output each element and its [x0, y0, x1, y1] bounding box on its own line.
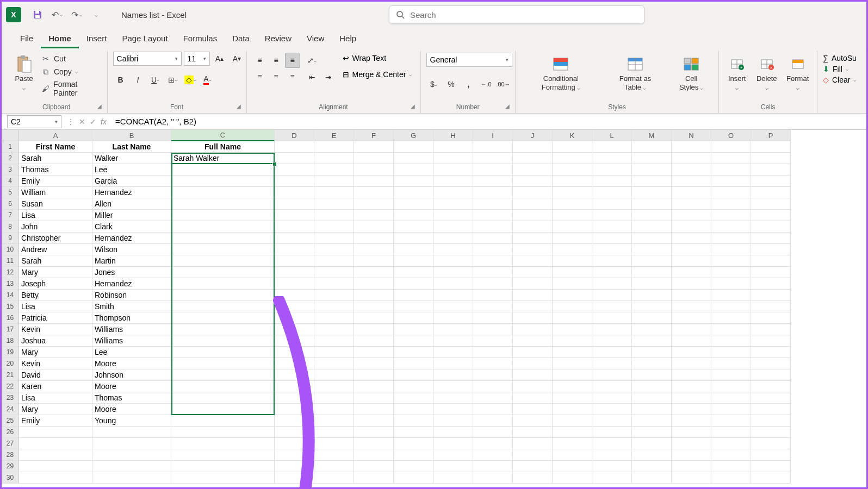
cell[interactable]	[473, 210, 513, 221]
cell[interactable]	[592, 427, 632, 438]
cell[interactable]	[672, 233, 711, 244]
cell[interactable]	[314, 244, 354, 255]
autosum-button[interactable]: ∑AutoSu	[823, 54, 857, 62]
cell[interactable]	[275, 210, 314, 221]
cell[interactable]	[672, 392, 711, 404]
accounting-format-button[interactable]: $⌵	[426, 77, 442, 92]
cell[interactable]	[711, 427, 751, 438]
cell[interactable]	[672, 290, 711, 301]
cell[interactable]	[354, 392, 394, 404]
cell[interactable]: Smith	[92, 301, 171, 312]
cell[interactable]: David	[19, 369, 92, 381]
row-header[interactable]: 23	[2, 392, 19, 404]
cell[interactable]	[433, 301, 473, 312]
cell[interactable]	[473, 312, 513, 324]
cell[interactable]	[433, 381, 473, 392]
cell[interactable]	[711, 312, 751, 324]
cell[interactable]: Kevin	[19, 324, 92, 335]
cell[interactable]	[513, 175, 553, 187]
cell[interactable]	[354, 415, 394, 427]
cell[interactable]	[354, 335, 394, 347]
cell[interactable]	[751, 141, 791, 153]
cell[interactable]	[553, 472, 592, 484]
cell[interactable]	[513, 312, 553, 324]
cell[interactable]	[632, 187, 672, 198]
cell[interactable]	[632, 381, 672, 392]
cell[interactable]	[171, 472, 275, 484]
cell[interactable]	[314, 438, 354, 449]
row-header[interactable]: 19	[2, 347, 19, 358]
cell[interactable]	[751, 153, 791, 164]
cell[interactable]	[553, 312, 592, 324]
tab-formulas[interactable]: Formulas	[176, 29, 225, 48]
cell[interactable]	[171, 438, 275, 449]
cell[interactable]: Garcia	[92, 175, 171, 187]
cell[interactable]	[632, 141, 672, 153]
cell[interactable]	[314, 335, 354, 347]
cell[interactable]	[275, 335, 314, 347]
cell[interactable]	[553, 427, 592, 438]
cell[interactable]	[632, 392, 672, 404]
cell[interactable]: Joseph	[19, 278, 92, 290]
cell[interactable]	[513, 301, 553, 312]
cell[interactable]	[354, 324, 394, 335]
cell[interactable]	[314, 324, 354, 335]
bold-button[interactable]: B	[113, 72, 128, 87]
cell[interactable]	[632, 472, 672, 484]
format-painter-button[interactable]: 🖌Format Painter	[41, 80, 102, 97]
cell[interactable]	[711, 267, 751, 278]
cell[interactable]	[354, 312, 394, 324]
column-header[interactable]: G	[394, 130, 433, 141]
cell[interactable]	[513, 472, 553, 484]
increase-font-button[interactable]: A▴	[212, 51, 227, 66]
cell[interactable]	[394, 427, 433, 438]
row-header[interactable]: 22	[2, 381, 19, 392]
cell[interactable]	[275, 187, 314, 198]
cell[interactable]	[473, 404, 513, 415]
cell[interactable]	[433, 175, 473, 187]
cell[interactable]	[553, 278, 592, 290]
cell[interactable]	[473, 358, 513, 369]
cell[interactable]	[19, 472, 92, 484]
cell[interactable]	[513, 198, 553, 210]
align-left-button[interactable]: ≡	[252, 69, 268, 84]
cell[interactable]	[553, 404, 592, 415]
italic-button[interactable]: I	[131, 72, 146, 87]
cell[interactable]	[171, 290, 275, 301]
row-header[interactable]: 25	[2, 415, 19, 427]
cell[interactable]: First Name	[19, 141, 92, 153]
cell[interactable]: Lee	[92, 164, 171, 175]
cell[interactable]	[275, 164, 314, 175]
cell[interactable]	[275, 404, 314, 415]
cell[interactable]	[171, 244, 275, 255]
cell[interactable]: Lee	[92, 347, 171, 358]
cell[interactable]	[433, 404, 473, 415]
cell[interactable]	[354, 267, 394, 278]
decrease-decimal-button[interactable]: .00→	[496, 77, 511, 92]
cell[interactable]	[19, 449, 92, 461]
cell[interactable]	[275, 427, 314, 438]
row-header[interactable]: 14	[2, 290, 19, 301]
cell[interactable]	[394, 233, 433, 244]
cell[interactable]	[354, 255, 394, 267]
cell[interactable]	[473, 290, 513, 301]
cell[interactable]	[513, 381, 553, 392]
decrease-indent-button[interactable]: ⇤	[305, 70, 320, 85]
cell[interactable]: Christopher	[19, 233, 92, 244]
cell[interactable]	[711, 278, 751, 290]
cell[interactable]	[672, 141, 711, 153]
cell[interactable]	[275, 233, 314, 244]
cell[interactable]	[711, 404, 751, 415]
cell[interactable]: Hernandez	[92, 233, 171, 244]
cell[interactable]	[632, 301, 672, 312]
cell[interactable]	[433, 392, 473, 404]
cell[interactable]: Thomas	[92, 392, 171, 404]
cell[interactable]: Full Name	[171, 141, 275, 153]
cell[interactable]	[632, 324, 672, 335]
row-header[interactable]: 21	[2, 369, 19, 381]
cell[interactable]	[592, 461, 632, 472]
cell[interactable]	[92, 472, 171, 484]
cell[interactable]	[751, 438, 791, 449]
cell[interactable]: Clark	[92, 221, 171, 233]
cell[interactable]	[632, 221, 672, 233]
